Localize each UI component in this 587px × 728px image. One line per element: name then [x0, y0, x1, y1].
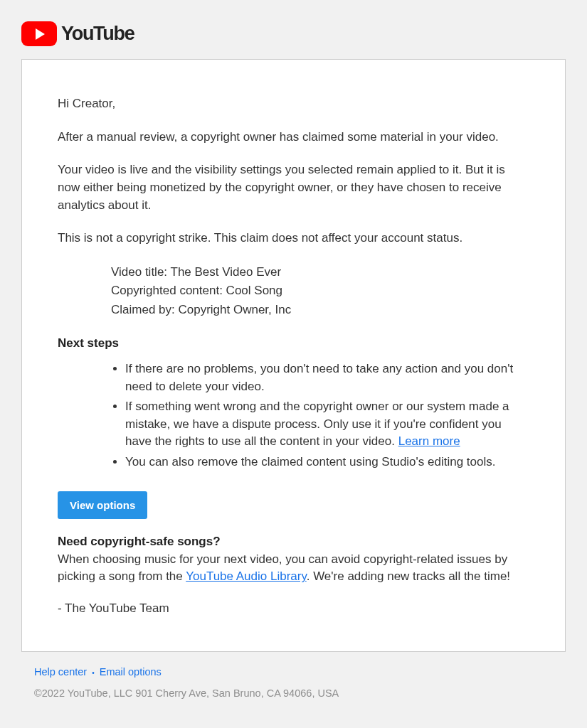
help-center-link[interactable]: Help center	[34, 666, 87, 678]
signoff-text: - The YouTube Team	[58, 601, 529, 616]
next-step-item: If there are no problems, you don't need…	[125, 360, 529, 395]
email-options-link[interactable]: Email options	[100, 666, 162, 678]
page-wrapper: YouTube Hi Creator, After a manual revie…	[0, 0, 587, 728]
youtube-play-icon	[21, 21, 57, 46]
next-step-item: If something went wrong and the copyrigh…	[125, 398, 529, 451]
footer: Help center • Email options ©2022 YouTub…	[21, 666, 566, 709]
learn-more-link[interactable]: Learn more	[398, 434, 460, 448]
copyrighted-content-label: Copyrighted content:	[111, 284, 226, 297]
email-card: Hi Creator, After a manual review, a cop…	[21, 59, 566, 652]
youtube-logo: YouTube	[21, 21, 566, 46]
body-paragraph-3: This is not a copyright strike. This cla…	[58, 230, 529, 247]
play-triangle-icon	[36, 28, 45, 40]
claimed-by-line: Claimed by: Copyright Owner, Inc	[111, 301, 529, 319]
separator-dot-icon: •	[92, 669, 95, 677]
body-paragraph-2: Your video is live and the visibility se…	[58, 161, 529, 214]
safe-songs-body: When choosing music for your next video,…	[58, 551, 529, 586]
copyrighted-content-value: Cool Song	[226, 284, 282, 297]
audio-library-link[interactable]: YouTube Audio Library	[186, 569, 307, 583]
body-paragraph-1: After a manual review, a copyright owner…	[58, 129, 529, 146]
view-options-button[interactable]: View options	[58, 491, 147, 519]
claimed-by-label: Claimed by:	[111, 303, 178, 316]
claim-metadata: Video title: The Best Video Ever Copyrig…	[111, 263, 529, 319]
video-title-value: The Best Video Ever	[171, 265, 282, 279]
copyright-text: ©2022 YouTube, LLC 901 Cherry Ave, San B…	[34, 687, 566, 699]
footer-links: Help center • Email options	[34, 666, 566, 678]
copyrighted-content-line: Copyrighted content: Cool Song	[111, 282, 529, 300]
youtube-wordmark: YouTube	[61, 23, 134, 45]
claimed-by-value: Copyright Owner, Inc	[178, 303, 291, 316]
next-step-item: You can also remove the claimed content …	[125, 454, 529, 471]
next-steps-heading: Next steps	[58, 336, 529, 350]
video-title-label: Video title:	[111, 265, 171, 279]
greeting-text: Hi Creator,	[58, 95, 529, 113]
video-title-line: Video title: The Best Video Ever	[111, 263, 529, 282]
safe-songs-text-b: . We're adding new tracks all the time!	[307, 569, 510, 583]
next-steps-list: If there are no problems, you don't need…	[125, 360, 529, 471]
brand-header: YouTube	[21, 21, 566, 46]
safe-songs-heading: Need copyright-safe songs?	[58, 535, 529, 549]
